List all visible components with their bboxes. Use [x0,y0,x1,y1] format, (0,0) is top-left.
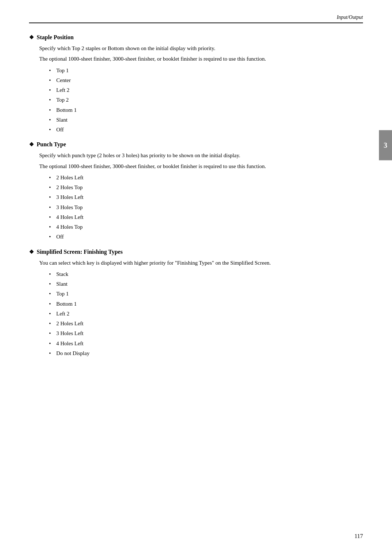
list-item: Do not Display [49,349,363,358]
page-number: 117 [355,533,363,539]
section-heading-punch-type: ❖Punch Type [29,141,363,148]
list-item: Left 2 [49,310,363,318]
list-item: Slant [49,116,363,124]
section-heading-simplified-screen: ❖Simplified Screen: Finishing Types [29,249,363,255]
heading-text-simplified-screen: Simplified Screen: Finishing Types [37,249,123,255]
heading-text-staple-position: Staple Position [37,34,74,41]
bullet-list-staple-position: Top 1CenterLeft 2Top 2Bottom 1SlantOff [49,66,363,134]
list-item: Off [49,126,363,134]
section-heading-staple-position: ❖Staple Position [29,34,363,41]
body-text-punch-type-1: The optional 1000-sheet finisher, 3000-s… [39,162,363,171]
diamond-icon-staple-position: ❖ [29,34,34,41]
list-item: Bottom 1 [49,300,363,308]
heading-text-punch-type: Punch Type [37,141,66,148]
list-item: 2 Holes Left [49,319,363,328]
page-container: Input/Output 3 ❖Staple PositionSpecify w… [0,0,392,554]
list-item: Top 1 [49,290,363,298]
page-header: Input/Output [29,15,363,23]
body-text-staple-position-0: Specify which Top 2 staples or Bottom sh… [39,44,363,53]
list-item: Stack [49,270,363,278]
list-item: Left 2 [49,86,363,94]
body-text-simplified-screen-0: You can select which key is displayed wi… [39,259,363,267]
diamond-icon-punch-type: ❖ [29,141,34,148]
list-item: 4 Holes Left [49,213,363,221]
list-item: 3 Holes Left [49,193,363,201]
list-item: Bottom 1 [49,106,363,114]
list-item: Center [49,76,363,85]
header-title: Input/Output [337,15,363,20]
list-item: 3 Holes Top [49,203,363,212]
right-tab: 3 [379,130,392,160]
list-item: 4 Holes Top [49,223,363,231]
body-text-staple-position-1: The optional 1000-sheet finisher, 3000-s… [39,55,363,63]
list-item: 2 Holes Left [49,174,363,182]
sections-container: ❖Staple PositionSpecify which Top 2 stap… [29,34,363,358]
list-item: Off [49,233,363,241]
list-item: 3 Holes Left [49,329,363,338]
list-item: 2 Holes Top [49,183,363,192]
list-item: Top 2 [49,96,363,104]
body-text-punch-type-0: Specify which punch type (2 holes or 3 h… [39,151,363,160]
bullet-list-punch-type: 2 Holes Left2 Holes Top3 Holes Left3 Hol… [49,174,363,241]
list-item: Slant [49,280,363,288]
bullet-list-simplified-screen: StackSlantTop 1Bottom 1Left 22 Holes Lef… [49,270,363,358]
right-tab-label: 3 [384,141,387,149]
list-item: 4 Holes Left [49,339,363,348]
list-item: Top 1 [49,66,363,75]
diamond-icon-simplified-screen: ❖ [29,249,34,255]
